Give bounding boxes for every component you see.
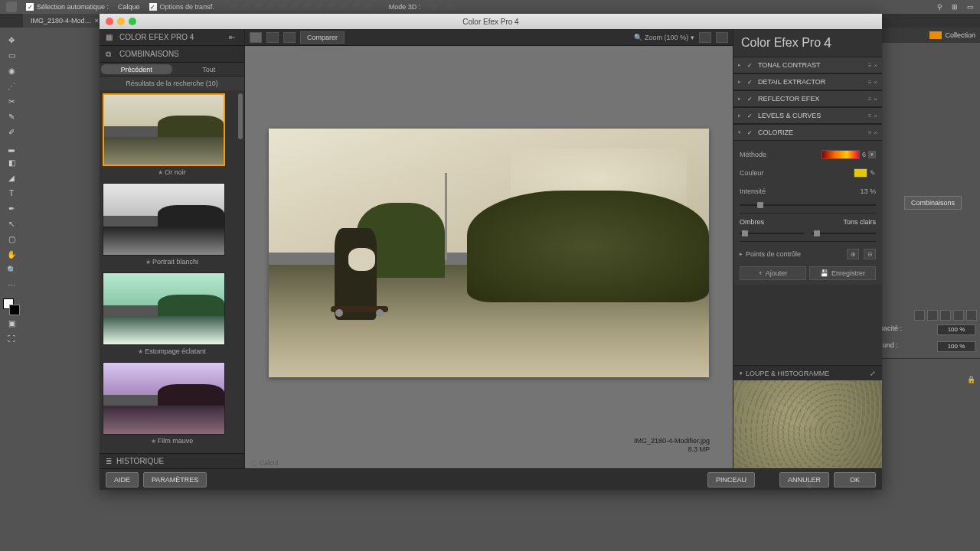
brush-tool-icon[interactable]: ✐ bbox=[4, 124, 19, 139]
preview-image[interactable] bbox=[269, 129, 709, 377]
chevron-down-icon[interactable]: ▾ bbox=[691, 34, 694, 41]
ok-button[interactable]: OK bbox=[834, 472, 876, 487]
intensity-slider[interactable] bbox=[740, 202, 876, 208]
align-icon[interactable] bbox=[340, 3, 348, 11]
eyedropper-icon[interactable]: ✎ bbox=[870, 169, 876, 177]
close-icon[interactable]: × bbox=[874, 129, 877, 136]
loupe-header[interactable]: ▾ LOUPE & HISTOGRAMME ⤢ bbox=[733, 365, 882, 380]
opts-icon[interactable]: ≡ bbox=[868, 112, 872, 119]
save-preset-button[interactable]: 💾Enregistrer bbox=[809, 266, 876, 280]
zoom-tool-icon[interactable]: 🔍 bbox=[4, 262, 19, 277]
check-icon[interactable]: ✓ bbox=[746, 61, 753, 69]
mode3d-icon[interactable] bbox=[430, 3, 437, 11]
dark-bg-icon[interactable] bbox=[716, 32, 728, 43]
collapse-icon[interactable]: ⇤ bbox=[229, 33, 238, 42]
align-icon[interactable] bbox=[266, 3, 274, 11]
align-icon[interactable] bbox=[291, 3, 299, 11]
check-icon[interactable]: ✓ bbox=[746, 95, 753, 103]
screenmode-icon[interactable]: ⛶ bbox=[4, 331, 19, 346]
eyedropper-icon[interactable]: ✎ bbox=[4, 109, 19, 124]
preset-thumb[interactable]: ★Film mauve bbox=[103, 362, 241, 447]
close-icon[interactable]: × bbox=[874, 62, 877, 69]
check-icon[interactable]: ✓ bbox=[746, 112, 753, 119]
lock-icon[interactable]: 🔒 bbox=[967, 376, 975, 383]
highlights-slider[interactable] bbox=[812, 230, 876, 236]
close-icon[interactable]: × bbox=[874, 96, 877, 103]
eraser-tool-icon[interactable]: ◧ bbox=[4, 155, 19, 170]
align-icon[interactable] bbox=[242, 3, 250, 11]
minimize-window-icon[interactable] bbox=[117, 18, 125, 25]
star-icon[interactable]: ★ bbox=[145, 259, 151, 266]
align-icon[interactable] bbox=[303, 3, 311, 11]
add-point-minus-icon[interactable]: ⊖ bbox=[864, 249, 876, 259]
stamp-tool-icon[interactable]: ▂ bbox=[4, 139, 19, 155]
ctrl-icon[interactable] bbox=[966, 310, 977, 321]
close-icon[interactable]: × bbox=[874, 79, 877, 86]
params-button[interactable]: PARAMÈTRES bbox=[143, 472, 207, 487]
cancel-button[interactable]: ANNULER bbox=[779, 472, 829, 487]
opts-icon[interactable]: ≡ bbox=[868, 62, 872, 69]
ctrl-icon[interactable] bbox=[953, 310, 964, 321]
type-tool-icon[interactable]: T bbox=[4, 185, 19, 201]
compare-button[interactable]: Comparer bbox=[300, 31, 345, 44]
star-icon[interactable]: ★ bbox=[151, 438, 156, 445]
zoom-window-icon[interactable] bbox=[129, 18, 136, 25]
opts-icon[interactable]: ≡ bbox=[868, 79, 872, 86]
tab-all[interactable]: Tout bbox=[174, 63, 245, 76]
auto-select-check[interactable]: ✓ Sélection automatique : bbox=[26, 3, 109, 11]
align-icon[interactable] bbox=[315, 3, 323, 11]
star-icon[interactable]: ★ bbox=[158, 169, 163, 176]
ctrl-icon[interactable] bbox=[914, 310, 925, 321]
mode3d-icon[interactable] bbox=[446, 3, 454, 11]
pin-icon[interactable]: ⤢ bbox=[870, 370, 876, 377]
brush-button[interactable]: PINCEAU bbox=[707, 472, 755, 487]
history-label[interactable]: HISTORIQUE bbox=[116, 457, 164, 465]
ctrl-icon[interactable] bbox=[940, 310, 951, 321]
move-tool-icon[interactable]: ✥ bbox=[4, 32, 19, 47]
color-swatches[interactable] bbox=[3, 298, 20, 315]
ctrl-icon[interactable] bbox=[927, 310, 938, 321]
opacity-value[interactable]: 100 % bbox=[937, 324, 975, 335]
quickmask-icon[interactable]: ▣ bbox=[4, 315, 19, 331]
preset-thumb[interactable]: ★Portrait blanchi bbox=[103, 183, 241, 268]
preset-thumb[interactable]: ★Estompage éclatant bbox=[103, 272, 241, 357]
align-icon[interactable] bbox=[230, 3, 237, 11]
scrollbar[interactable] bbox=[238, 93, 243, 139]
filter-levels-curves[interactable]: ▸✓ LEVELS & CURVES ≡× bbox=[733, 107, 882, 124]
shadows-slider[interactable] bbox=[740, 230, 804, 236]
more-icon[interactable]: ⋯ bbox=[4, 277, 19, 292]
pen-tool-icon[interactable]: ✒ bbox=[4, 201, 19, 216]
align-icon[interactable] bbox=[279, 3, 286, 11]
help-button[interactable]: AIDE bbox=[106, 472, 139, 487]
view-split-icon[interactable] bbox=[266, 32, 279, 43]
thumbnails-list[interactable]: ★Or noir ★Portrait blanchi ★Estompage éc… bbox=[100, 90, 244, 453]
star-icon[interactable]: ★ bbox=[138, 348, 143, 355]
marquee-tool-icon[interactable]: ▭ bbox=[4, 47, 19, 63]
path-tool-icon[interactable]: ↖ bbox=[4, 216, 19, 231]
add-point-plus-icon[interactable]: ⊕ bbox=[847, 249, 859, 259]
search-icon[interactable]: ⚲ bbox=[937, 3, 942, 11]
shape-tool-icon[interactable]: ▢ bbox=[4, 231, 19, 246]
align-icon[interactable] bbox=[328, 3, 335, 11]
document-tab[interactable]: IMG_2180-4-Mod… × bbox=[23, 14, 106, 28]
combos-button[interactable]: Combinaisons bbox=[904, 196, 962, 210]
wand-tool-icon[interactable]: ⋰ bbox=[4, 78, 19, 93]
window-titlebar[interactable]: Color Efex Pro 4 bbox=[100, 14, 882, 29]
loupe-preview[interactable] bbox=[733, 380, 882, 468]
gradient-preview[interactable] bbox=[822, 150, 860, 159]
align-icon[interactable] bbox=[352, 3, 360, 11]
fill-value[interactable]: 100 % bbox=[937, 341, 975, 352]
align-icon[interactable] bbox=[364, 3, 372, 11]
close-icon[interactable]: × bbox=[874, 112, 877, 119]
color-swatch[interactable] bbox=[854, 168, 867, 178]
close-window-icon[interactable] bbox=[106, 18, 113, 25]
close-icon[interactable]: × bbox=[95, 17, 99, 24]
view-single-icon[interactable] bbox=[250, 32, 262, 43]
filter-tonal-contrast[interactable]: ▸ ✓ TONAL CONTRAST ≡× bbox=[733, 57, 882, 73]
add-filter-button[interactable]: +Ajouter bbox=[740, 266, 806, 280]
preset-thumb[interactable]: ★Or noir bbox=[103, 93, 241, 178]
arrange-icon[interactable]: ▭ bbox=[967, 3, 974, 11]
check-icon[interactable]: ✓ bbox=[746, 78, 753, 86]
gradient-tool-icon[interactable]: ◢ bbox=[4, 170, 19, 185]
zoom-control[interactable]: 🔍 Zoom (100 %) ▾ bbox=[634, 34, 694, 41]
